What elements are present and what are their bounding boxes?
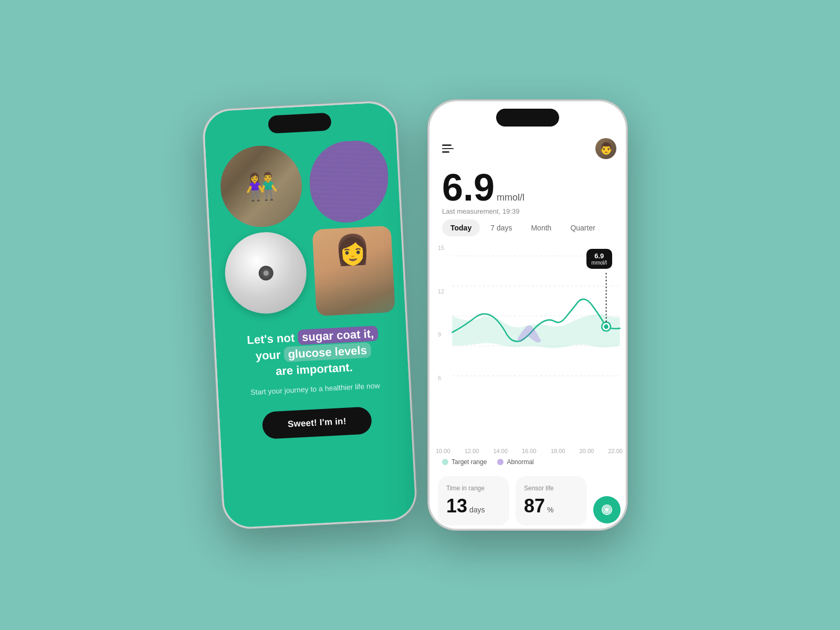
sensor-life-value: 87	[524, 495, 545, 517]
signal-icon	[601, 504, 613, 516]
y-label-6: 6	[438, 375, 444, 381]
legend-target-label: Target range	[452, 458, 487, 466]
y-label-9: 9	[438, 331, 444, 338]
legend-abnormal: Abnormal	[497, 458, 533, 466]
phone1-frame: Let's not sugar coat it, your glucose le…	[202, 100, 417, 530]
couple-photo	[218, 144, 304, 229]
x-label-2200: 22.00	[608, 448, 623, 454]
tab-month[interactable]: Month	[522, 219, 560, 236]
phone2-screen: 👨 6.9 mmol/l Last measurement, 19:39 Tod…	[429, 101, 626, 530]
x-label-1400: 14.00	[493, 448, 508, 454]
x-axis: 10.00 12.00 14.00 16.00 18.00 20.00 22.0…	[429, 448, 626, 454]
chart-tooltip: 6.9 mmol/l	[586, 249, 612, 269]
sensor-life-label: Sensor life	[524, 485, 579, 492]
glucose-value: 6.9	[442, 169, 495, 206]
photo-grid	[218, 139, 395, 321]
phone2-frame: 👨 6.9 mmol/l Last measurement, 19:39 Tod…	[428, 100, 627, 530]
time-in-range-unit: days	[469, 506, 485, 514]
time-in-range-value: 13	[446, 495, 467, 517]
cta-button[interactable]: Sweet! I'm in!	[262, 407, 372, 440]
x-label-1800: 18.00	[551, 448, 565, 454]
dynamic-island-2	[496, 109, 559, 127]
headline: Let's not sugar coat it, your glucose le…	[247, 326, 380, 381]
y-label-15: 15	[438, 245, 444, 251]
menu-button[interactable]	[442, 144, 454, 153]
legend-target-range: Target range	[442, 458, 487, 466]
sensor-life-value-row: 87 %	[524, 495, 579, 517]
time-in-range-card: Time in range 13 days	[438, 476, 509, 526]
menu-line-3	[442, 151, 449, 153]
y-label-12: 12	[438, 288, 444, 295]
sensor-life-card: Sensor life 87 %	[516, 476, 587, 526]
chart-legend: Target range Abnormal	[429, 454, 626, 470]
last-measurement: Last measurement, 19:39	[442, 207, 616, 215]
purple-sensor-patch	[308, 139, 391, 225]
x-label-1600: 16.00	[522, 448, 537, 454]
glucose-main: 6.9 mmol/l Last measurement, 19:39	[429, 169, 626, 215]
subtitle: Start your journey to a healthier life n…	[250, 381, 380, 398]
menu-line-2	[442, 148, 454, 150]
glucose-unit: mmol/l	[497, 192, 524, 203]
headline-your: your	[255, 348, 281, 362]
glucose-sensor-device	[223, 230, 309, 316]
phone2-header: 👨	[429, 138, 626, 159]
tooltip-value: 6.9	[592, 252, 607, 260]
legend-teal-dot	[442, 459, 448, 465]
tab-today[interactable]: Today	[442, 219, 480, 236]
phone1-screen: Let's not sugar coat it, your glucose le…	[203, 102, 416, 530]
headline-highlight-glucose: glucose levels	[284, 342, 372, 362]
signal-ring-3	[602, 505, 612, 515]
tab-quarter[interactable]: Quarter	[562, 219, 603, 236]
time-in-range-value-row: 13 days	[446, 495, 501, 517]
tab-7days[interactable]: 7 days	[482, 219, 520, 236]
y-axis: 15 12 9 6	[438, 245, 444, 381]
menu-line-1	[442, 144, 452, 146]
legend-purple-dot	[497, 459, 503, 465]
sensor-life-unit: %	[547, 506, 553, 514]
woman-photo	[312, 226, 395, 317]
avatar[interactable]: 👨	[595, 138, 616, 159]
x-label-2000: 20.00	[580, 448, 594, 454]
sensor-center	[258, 265, 273, 280]
tooltip-unit: mmol/l	[592, 260, 607, 266]
x-label-1000: 10.00	[436, 448, 450, 454]
glucose-value-row: 6.9 mmol/l	[442, 169, 616, 206]
glucose-chart: 15 12 9 6	[429, 245, 626, 446]
signal-button[interactable]	[593, 496, 621, 523]
headline-pre: Let's not	[247, 331, 295, 347]
couple-image	[218, 144, 304, 229]
bottom-cards: Time in range 13 days Sensor life 87 %	[429, 470, 626, 530]
svg-point-6	[604, 324, 608, 329]
headline-post: are important.	[275, 360, 353, 377]
phones-container: Let's not sugar coat it, your glucose le…	[213, 100, 627, 530]
legend-abnormal-label: Abnormal	[507, 458, 533, 466]
tab-bar: Today 7 days Month Quarter	[429, 219, 626, 236]
x-label-1200: 12.00	[465, 448, 479, 454]
time-in-range-label: Time in range	[446, 485, 501, 492]
dynamic-island-1	[268, 112, 332, 133]
